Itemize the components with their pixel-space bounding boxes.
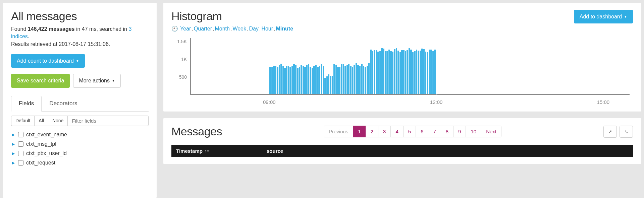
tab-fields[interactable]: Fields	[11, 96, 42, 112]
histogram-bar[interactable]	[613, 94, 615, 94]
histogram-bar[interactable]	[471, 94, 472, 94]
histogram-bar[interactable]	[301, 65, 302, 94]
histogram-bar[interactable]	[218, 94, 220, 94]
histogram-bar[interactable]	[427, 52, 428, 94]
histogram-bar[interactable]	[392, 52, 393, 94]
histogram-bar[interactable]	[586, 94, 587, 94]
histogram-bar[interactable]	[502, 94, 503, 94]
histogram-bar[interactable]	[282, 66, 284, 94]
histogram-bar[interactable]	[259, 94, 260, 94]
histogram-bar[interactable]	[383, 49, 384, 94]
histogram-bar[interactable]	[462, 94, 463, 94]
histogram-bar[interactable]	[571, 94, 573, 94]
histogram-bar[interactable]	[542, 94, 543, 94]
histogram-bar[interactable]	[566, 94, 567, 94]
histogram-bar[interactable]	[390, 51, 391, 94]
histogram-bar[interactable]	[623, 94, 624, 94]
histogram-bar[interactable]	[610, 94, 611, 94]
histogram-bar[interactable]	[262, 94, 264, 94]
histogram-bar[interactable]	[564, 94, 565, 94]
interval-month[interactable]: Month	[215, 26, 229, 32]
histogram-bar[interactable]	[517, 94, 518, 94]
histogram-bar[interactable]	[236, 94, 238, 94]
histogram-bar[interactable]	[193, 94, 194, 94]
histogram-bar[interactable]	[368, 63, 370, 94]
histogram-bar[interactable]	[297, 68, 298, 94]
histogram-bar[interactable]	[458, 94, 459, 94]
histogram-bar[interactable]	[310, 67, 311, 94]
histogram-bar[interactable]	[335, 65, 337, 94]
histogram-bar[interactable]	[414, 51, 415, 94]
histogram-bar[interactable]	[518, 94, 520, 94]
histogram-bar[interactable]	[588, 94, 589, 94]
histogram-bar[interactable]	[224, 94, 225, 94]
histogram-bar[interactable]	[568, 94, 569, 94]
interval-quarter[interactable]: Quarter	[194, 26, 212, 32]
histogram-bar[interactable]	[452, 94, 454, 94]
histogram-bar[interactable]	[337, 67, 338, 94]
histogram-bar[interactable]	[405, 51, 406, 94]
histogram-bar[interactable]	[328, 74, 329, 94]
histogram-bar[interactable]	[242, 94, 244, 94]
histogram-bar[interactable]	[374, 50, 375, 94]
histogram-bar[interactable]	[464, 94, 465, 94]
histogram-bar[interactable]	[540, 94, 542, 94]
histogram-bar[interactable]	[260, 94, 262, 94]
page-6[interactable]: 6	[416, 126, 428, 137]
histogram-bar[interactable]	[537, 94, 538, 94]
histogram-bar[interactable]	[496, 94, 498, 94]
histogram-bar[interactable]	[480, 94, 481, 94]
histogram-bar[interactable]	[608, 94, 609, 94]
histogram-bar[interactable]	[558, 94, 560, 94]
histogram-bar[interactable]	[250, 94, 251, 94]
histogram-bar[interactable]	[367, 66, 368, 94]
histogram-bar[interactable]	[591, 94, 593, 94]
histogram-chart[interactable]: 1.5K1K500 09:0012:0015:00	[171, 38, 633, 105]
histogram-bar[interactable]	[430, 50, 432, 94]
save-search-criteria-button[interactable]: Save search criteria	[11, 74, 70, 87]
histogram-bar[interactable]	[280, 64, 282, 94]
histogram-bar[interactable]	[473, 94, 474, 94]
histogram-bar[interactable]	[346, 65, 348, 94]
histogram-bar[interactable]	[621, 94, 622, 94]
histogram-bar[interactable]	[286, 66, 287, 94]
histogram-bar[interactable]	[396, 48, 397, 94]
histogram-bar[interactable]	[354, 65, 355, 94]
histogram-bar[interactable]	[304, 67, 306, 94]
field-checkbox[interactable]	[18, 151, 23, 156]
histogram-bar[interactable]	[617, 94, 619, 94]
histogram-bar[interactable]	[191, 94, 192, 94]
tab-decorators[interactable]: Decorators	[42, 96, 85, 111]
column-source[interactable]: source	[267, 148, 628, 154]
histogram-bar[interactable]	[200, 94, 201, 94]
histogram-bar[interactable]	[476, 94, 478, 94]
histogram-bar[interactable]	[469, 94, 470, 94]
histogram-bar[interactable]	[579, 94, 580, 94]
interval-day[interactable]: Day	[249, 26, 258, 32]
histogram-bar[interactable]	[284, 68, 285, 94]
histogram-bar[interactable]	[498, 94, 499, 94]
histogram-bar[interactable]	[619, 94, 620, 94]
histogram-bar[interactable]	[487, 94, 488, 94]
histogram-bar[interactable]	[509, 94, 511, 94]
histogram-bar[interactable]	[531, 94, 532, 94]
histogram-bar[interactable]	[240, 94, 241, 94]
histogram-bar[interactable]	[604, 94, 605, 94]
histogram-bar[interactable]	[432, 51, 434, 94]
page-7[interactable]: 7	[428, 126, 441, 137]
histogram-bar[interactable]	[379, 51, 381, 94]
histogram-bar[interactable]	[599, 94, 600, 94]
histogram-bar[interactable]	[376, 50, 377, 94]
histogram-bar[interactable]	[399, 52, 401, 94]
histogram-bar[interactable]	[323, 66, 324, 94]
page-4[interactable]: 4	[390, 126, 403, 137]
column-timestamp[interactable]: Timestamp ↑≡	[176, 148, 267, 154]
add-to-dashboard-button[interactable]: Add to dashboard ▼	[574, 10, 633, 23]
fields-none-button[interactable]: None	[48, 116, 68, 126]
histogram-bar[interactable]	[251, 94, 253, 94]
histogram-bar[interactable]	[467, 94, 468, 94]
histogram-bar[interactable]	[238, 94, 240, 94]
histogram-bar[interactable]	[352, 67, 353, 94]
histogram-bar[interactable]	[449, 94, 450, 94]
histogram-bar[interactable]	[489, 94, 490, 94]
